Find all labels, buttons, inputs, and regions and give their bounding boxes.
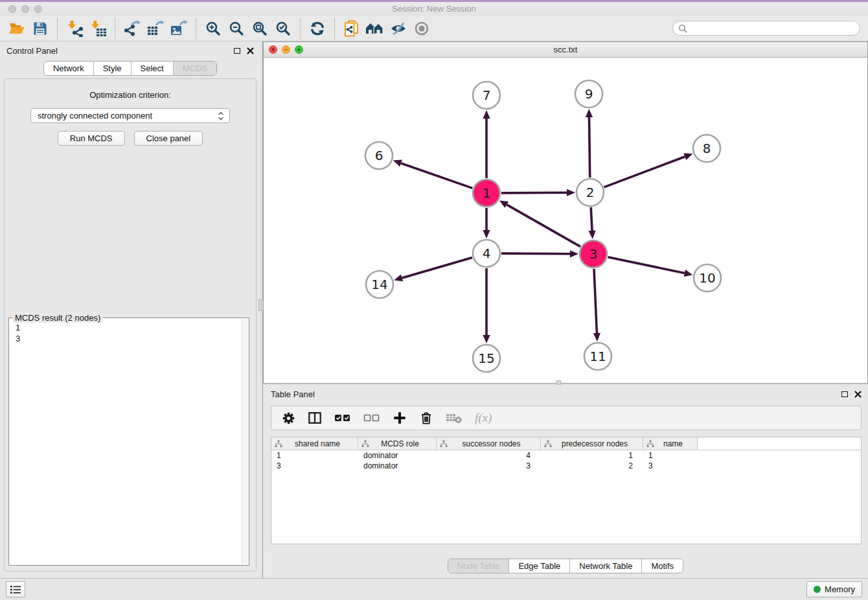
table-body: 1dominator4113dominator323 (271, 450, 861, 471)
tab-select[interactable]: Select (131, 62, 173, 75)
search-field[interactable] (672, 21, 860, 36)
zoom-out-button[interactable] (225, 17, 248, 40)
graph-edge-arrowhead (483, 110, 490, 119)
run-mcds-button[interactable]: Run MCDS (58, 131, 125, 146)
task-history-button[interactable] (6, 581, 25, 597)
criterion-dropdown[interactable]: strongly connected component (30, 108, 230, 123)
apply-layout-button[interactable] (306, 17, 329, 40)
duplicate-network-button[interactable] (340, 17, 363, 40)
table-row[interactable]: 3dominator323 (271, 461, 861, 471)
list-icon (10, 584, 21, 595)
import-network-button[interactable] (63, 17, 86, 40)
float-table-panel-icon[interactable] (841, 391, 848, 397)
network-close-button[interactable]: × (269, 45, 277, 54)
column-type-icon (440, 440, 448, 448)
network-maximize-button[interactable]: + (295, 45, 303, 54)
table-cell[interactable]: 3 (271, 461, 358, 470)
tab-network[interactable]: Network (44, 62, 93, 75)
network-graph[interactable]: 7968124314101511 (264, 58, 867, 383)
graph-node-label-9: 9 (585, 86, 593, 102)
graph-edge-1-6[interactable] (401, 163, 472, 189)
close-panel-button[interactable]: Close panel (134, 131, 203, 146)
graph-edge-3-10[interactable] (608, 257, 685, 273)
table-row[interactable]: 1dominator411 (271, 450, 861, 461)
search-input[interactable] (691, 24, 854, 33)
toolbar-separator (300, 18, 301, 39)
table-tab-motifs[interactable]: Motifs (641, 559, 683, 573)
open-session-button[interactable] (5, 17, 29, 40)
export-image-button[interactable] (167, 17, 190, 40)
table-cell[interactable]: 1 (643, 451, 698, 460)
export-table-button[interactable] (144, 17, 167, 40)
show-all-button[interactable] (410, 17, 433, 40)
mcds-result-box: MCDS result (2 nodes) 13 (8, 317, 249, 566)
graph-edge-3-11[interactable] (594, 269, 597, 333)
graph-node-label-1: 1 (483, 185, 491, 201)
import-table-icon (89, 20, 107, 37)
zoom-in-button[interactable] (201, 17, 225, 40)
graph-edge-2-8[interactable] (604, 157, 685, 187)
function-builder-button[interactable]: f(x) (475, 411, 492, 425)
table-cell[interactable]: dominator (358, 461, 437, 470)
network-canvas[interactable]: 7968124314101511 (264, 58, 867, 383)
toggle-panel-layout-button[interactable] (308, 411, 322, 425)
table-cell[interactable]: 2 (541, 461, 643, 470)
column-header-label: name (654, 439, 697, 448)
table-settings-button[interactable] (282, 411, 295, 425)
table-cell[interactable]: 1 (541, 451, 643, 460)
split-columns-icon (308, 411, 322, 425)
zoom-fit-button[interactable] (248, 17, 271, 40)
deselect-all-columns-button[interactable] (363, 411, 380, 425)
hide-selected-button[interactable] (387, 17, 410, 40)
tab-mcds[interactable]: MCDS (173, 62, 216, 75)
toolbar-separator (196, 18, 196, 39)
graph-edge-4-3[interactable] (501, 253, 570, 254)
graph-edge-arrowhead (586, 109, 593, 117)
column-header-successor-nodes[interactable]: successor nodes (437, 437, 541, 450)
column-header-name[interactable]: name (643, 437, 698, 450)
table-cell[interactable]: 3 (437, 461, 541, 470)
plus-icon (393, 411, 407, 425)
graph-edge-4-14[interactable] (402, 257, 472, 278)
graph-edge-1-2[interactable] (501, 192, 567, 193)
import-table-button[interactable] (86, 17, 109, 40)
first-neighbors-button[interactable] (363, 17, 387, 40)
graph-node-label-2: 2 (586, 185, 595, 200)
network-minimize-button[interactable]: − (282, 45, 290, 54)
float-panel-icon[interactable] (234, 48, 240, 54)
canvas-resize-handle[interactable] (556, 380, 561, 385)
control-panel-header: Control Panel (0, 41, 260, 60)
close-panel-icon[interactable] (247, 47, 254, 54)
delete-columns-button[interactable] (419, 411, 433, 425)
table-cell[interactable]: 1 (271, 451, 358, 460)
save-session-button[interactable] (29, 17, 52, 40)
delete-table-button[interactable] (446, 411, 463, 425)
select-all-columns-button[interactable] (334, 411, 351, 425)
memory-button[interactable]: Memory (806, 581, 862, 597)
graph-node-label-6: 6 (375, 148, 383, 163)
node-table[interactable]: shared nameMCDS rolesuccessor nodesprede… (271, 437, 862, 544)
graph-edge-2-3[interactable] (591, 207, 592, 231)
zoom-selected-button[interactable] (271, 17, 295, 40)
graph-edge-arrowhead (683, 153, 692, 159)
graph-edge-3-1[interactable] (507, 205, 580, 247)
close-table-panel-icon[interactable] (854, 391, 862, 398)
table-tab-edge-table[interactable]: Edge Table (508, 559, 569, 573)
column-header-label: predecessor nodes (552, 439, 643, 448)
column-header-predecessor-nodes[interactable]: predecessor nodes (541, 437, 643, 450)
column-header-MCDS-role[interactable]: MCDS role (358, 437, 437, 450)
create-column-button[interactable] (393, 411, 407, 425)
table-tab-network-table[interactable]: Network Table (569, 559, 641, 573)
graph-edge-2-9[interactable] (589, 117, 589, 178)
table-tab-node-table[interactable]: Node Table (448, 559, 509, 573)
table-cell[interactable]: dominator (358, 451, 437, 460)
column-header-shared-name[interactable]: shared name (271, 437, 358, 450)
export-network-button[interactable] (120, 17, 144, 40)
tab-style[interactable]: Style (93, 62, 131, 75)
table-cell[interactable]: 4 (437, 451, 541, 460)
result-scrollbar[interactable] (242, 319, 248, 564)
network-window-titlebar[interactable]: × − + scc.txt (264, 42, 867, 58)
table-cell[interactable]: 3 (643, 461, 698, 470)
eye-slash-icon (390, 21, 407, 36)
zoom-out-icon (229, 21, 244, 36)
